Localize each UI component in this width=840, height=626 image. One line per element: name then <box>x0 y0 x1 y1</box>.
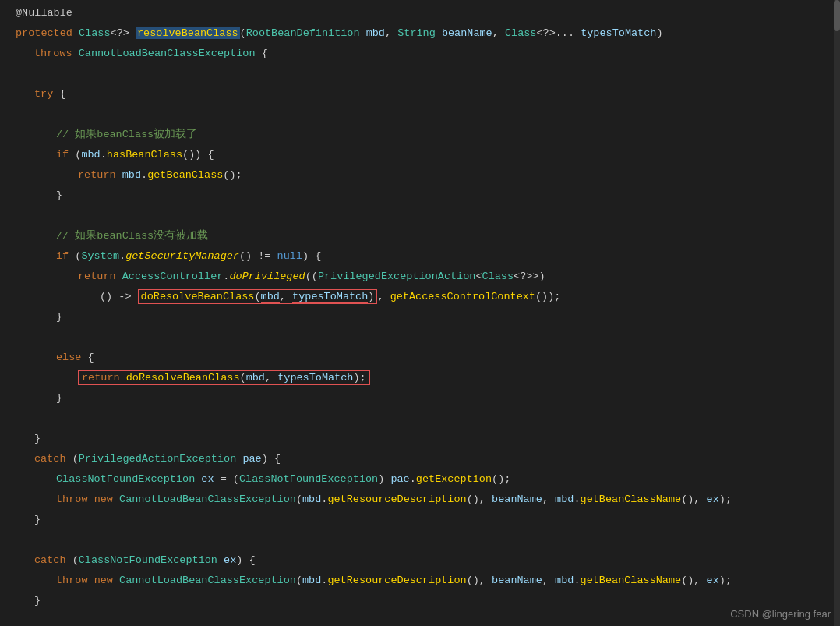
line-catch2: catch (ClassNotFoundException ex) { <box>12 550 840 571</box>
scrollbar[interactable] <box>834 0 840 626</box>
line-close2: } <box>12 307 840 327</box>
line-try-close: } <box>12 429 840 449</box>
line-close1: } <box>12 186 840 206</box>
line-classnotfound-assign: ClassNotFoundException ex = (ClassNotFou… <box>12 469 840 490</box>
line-blank6 <box>12 530 840 550</box>
line-comment1: // 如果beanClass被加载了 <box>12 125 840 145</box>
line-blank4 <box>12 327 840 348</box>
line-if-security: if (System.getSecurityManager() != null)… <box>12 246 840 267</box>
line-throw1: throw new CannotLoadBeanClassException(m… <box>12 490 840 510</box>
line-signature: protected Class<?> resolveBeanClass(Root… <box>12 23 840 44</box>
line-if-hasbean: if (mbd.hasBeanClass()) { <box>12 145 840 165</box>
line-catch1: catch (PrivilegedActionException pae) { <box>12 449 840 469</box>
code-editor: @Nullable protected Class<?> resolveBean… <box>0 0 840 626</box>
line-blank2 <box>12 104 840 125</box>
line-close-catch2: } <box>12 591 840 611</box>
line-return-doresolve-highlighted: return doResolveBeanClass(mbd, typesToMa… <box>12 368 840 388</box>
line-blank5 <box>12 408 840 429</box>
line-try: try { <box>12 84 840 104</box>
line-close-else: } <box>12 388 840 408</box>
line-return-access: return AccessController.doPrivileged((Pr… <box>12 267 840 287</box>
scrollbar-thumb[interactable] <box>834 0 840 31</box>
line-close-catch1: } <box>12 510 840 530</box>
line-comment2: // 如果beanClass没有被加载 <box>12 226 840 246</box>
line-else: else { <box>12 348 840 368</box>
line-annotation: @Nullable <box>12 3 840 23</box>
line-blank <box>12 64 840 84</box>
line-return-getbean: return mbd.getBeanClass(); <box>12 165 840 186</box>
line-throw2: throw new CannotLoadBeanClassException(m… <box>12 571 840 591</box>
line-throws: throws CannotLoadBeanClassException { <box>12 44 840 64</box>
line-lambda: () -> doResolveBeanClass(mbd, typesToMat… <box>12 287 840 307</box>
line-blank3 <box>12 206 840 226</box>
watermark: CSDN @lingering fear <box>730 608 831 620</box>
line-blank7 <box>12 611 840 626</box>
